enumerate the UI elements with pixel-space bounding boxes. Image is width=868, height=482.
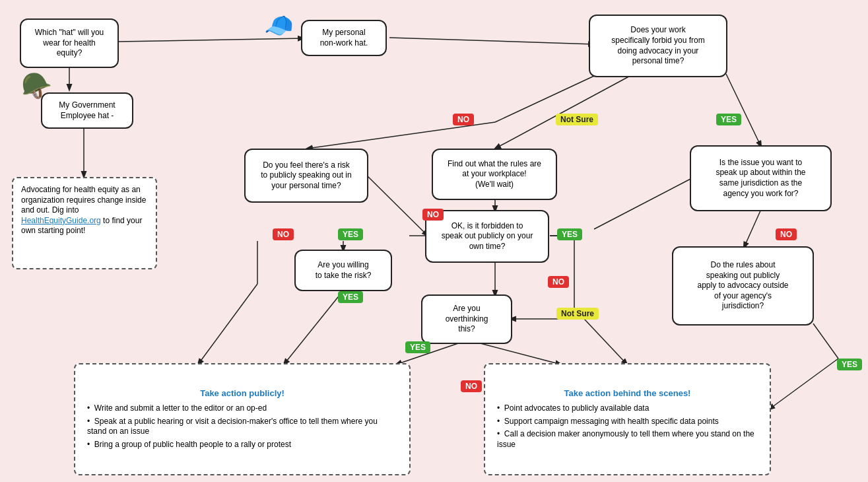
feel-risk-node: Do you feel there's a riskto publicly sp…: [244, 149, 368, 203]
svg-line-17: [594, 178, 692, 229]
ok-forbidden-label: OK, is it forbidden tospeak out publicly…: [442, 221, 533, 252]
personal-hat-label: My personalnon-work hat.: [320, 28, 368, 48]
flowchart-container: Which "hat" will you wear for health equ…: [0, 0, 868, 482]
svg-line-5: [307, 122, 495, 149]
svg-line-16: [744, 209, 761, 248]
svg-line-3: [389, 38, 594, 44]
govt-employee-hat-node: My GovernmentEmployee hat -: [41, 92, 133, 129]
are-overthinking-node: Are youoverthinkingthis?: [421, 294, 512, 344]
badge-yes-willing: YES: [338, 291, 363, 303]
svg-line-13: [366, 175, 428, 236]
take-action-behind-node: Take action behind the scenes! • Point a…: [484, 363, 771, 475]
which-hat-node: Which "hat" will you wear for health equ…: [20, 18, 119, 68]
health-equity-link[interactable]: HealthEquityGuide.org: [21, 216, 101, 225]
svg-line-20: [475, 342, 561, 364]
svg-line-11: [284, 291, 343, 364]
are-overthinking-label: Are youoverthinkingthis?: [446, 304, 488, 335]
are-willing-risk-label: Are you willingto take the risk?: [316, 260, 372, 281]
is-issue-jurisdiction-label: Is the issue you want tospeak up about w…: [716, 158, 805, 199]
rules-outside-label: Do the rules aboutspeaking out publiclya…: [697, 260, 788, 312]
govt-employee-hat-label: My GovernmentEmployee hat -: [59, 100, 115, 121]
rules-outside-node: Do the rules aboutspeaking out publiclya…: [672, 246, 814, 326]
badge-no-feel-risk: NO: [273, 228, 294, 240]
take-action-publicly-bullets: • Write and submit a letter to the edito…: [87, 403, 397, 450]
which-hat-label: Which "hat" will you wear for health equ…: [35, 28, 104, 59]
badge-yes-ok-forbidden: YES: [557, 228, 582, 240]
take-action-publicly-title: Take action publicly!: [87, 388, 397, 399]
does-work-forbid-label: Does your workspecifically forbid you fr…: [611, 25, 704, 66]
find-out-rules-label: Find out what the rules areat your workp…: [448, 159, 541, 190]
feel-risk-label: Do you feel there's a riskto publicly sp…: [261, 160, 351, 191]
badge-no-top-center: NO: [453, 114, 474, 125]
badge-not-sure-top: Not Sure: [556, 114, 598, 125]
badge-not-sure-ok-forbidden: Not Sure: [556, 308, 599, 320]
is-issue-jurisdiction-node: Is the issue you want tospeak up about w…: [690, 145, 832, 211]
ok-forbidden-node: OK, is it forbidden tospeak out publicly…: [425, 210, 549, 263]
svg-line-9: [198, 284, 257, 364]
svg-line-6: [495, 74, 634, 149]
find-out-rules-node: Find out what the rules areat your workp…: [432, 149, 557, 200]
blue-cap-icon: 🧢: [264, 12, 294, 40]
badge-no-ok-forbidden: NO: [548, 276, 569, 288]
badge-yes-feel-risk: YES: [338, 228, 363, 240]
badge-no-find-out: NO: [422, 209, 444, 221]
does-work-forbid-node: Does your workspecifically forbid you fr…: [589, 15, 727, 77]
badge-no-overthinking: NO: [461, 380, 482, 392]
svg-line-24: [584, 319, 627, 364]
badge-no-jurisdiction: NO: [776, 228, 797, 240]
take-action-behind-title: Take action behind the scenes!: [497, 388, 758, 399]
advocating-box-label: Advocating for health equity as an organ…: [21, 185, 148, 236]
advocating-box-node: Advocating for health equity as an organ…: [12, 177, 157, 269]
are-willing-risk-node: Are you willingto take the risk?: [294, 250, 392, 291]
svg-line-7: [726, 74, 761, 147]
badge-yes-rules-outside: YES: [837, 359, 862, 370]
take-action-publicly-node: Take action publicly! • Write and submit…: [74, 363, 411, 475]
svg-line-25: [813, 324, 838, 359]
badge-yes-top-right: YES: [716, 114, 741, 125]
svg-line-26: [769, 359, 838, 409]
take-action-behind-bullets: • Point advocates to publicly available …: [497, 403, 758, 450]
badge-yes-overthinking: YES: [405, 341, 430, 353]
personal-hat-node: My personalnon-work hat.: [301, 20, 387, 56]
